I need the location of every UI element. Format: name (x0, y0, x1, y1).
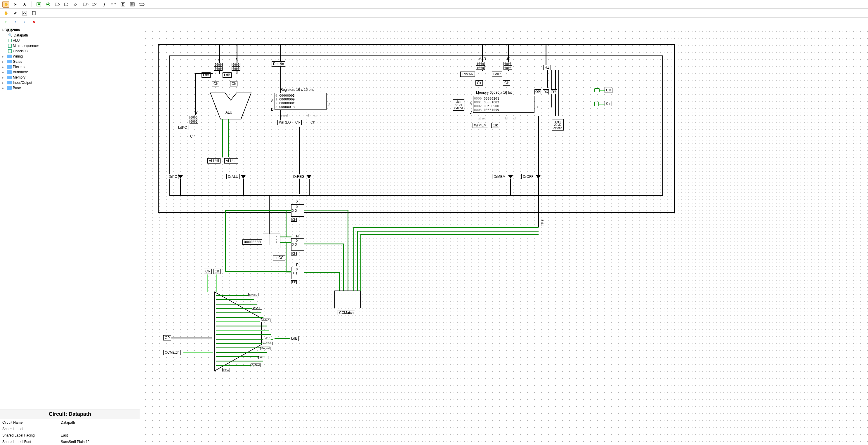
g-wire (304, 272, 339, 273)
g-wire (286, 242, 286, 272)
reg-MAR: 0000 (476, 62, 485, 66)
clr-pin-icon[interactable] (594, 102, 599, 106)
gate-icon-3[interactable] (73, 1, 80, 8)
d-box-icon[interactable]: D (120, 1, 126, 8)
bus-wire (546, 45, 547, 65)
folder-icon (7, 86, 12, 90)
toolbar-main: ✋ ➤ A ʃ x32 D (0, 0, 868, 9)
circuit-canvas[interactable]: A 0000 0000 LdA Clr B 0000 0000 LdB Clr … (140, 26, 868, 445)
lib-io[interactable]: ▸Input/Output (2, 80, 137, 85)
reg-out-wire (299, 127, 300, 194)
hand-tool[interactable]: ✋ (2, 1, 9, 8)
up-icon[interactable]: ↑ (12, 19, 19, 25)
label-Clr-PC: Clr (189, 134, 196, 139)
reg-B-val: 0000 (231, 63, 240, 67)
add-icon[interactable]: + (2, 19, 9, 25)
subcircuit-checkcc[interactable]: CheckCC (2, 49, 137, 54)
subcircuit-microseq[interactable]: Micro-sequencer (2, 43, 137, 49)
label-ClrPin: Clr (604, 101, 612, 106)
gate-icon-4[interactable] (82, 1, 89, 8)
gate-icon-2[interactable] (63, 1, 70, 8)
clr-pin-wire (599, 104, 605, 104)
rect-solid-icon[interactable] (35, 1, 42, 8)
lib-base[interactable]: ▸Base (2, 85, 137, 91)
sidebar: ▾ LC3-2200a 🔍 Datapath ALU Micro-sequenc… (0, 26, 140, 445)
delete-icon[interactable]: ✕ (30, 19, 37, 25)
label-D-mem-out: D (536, 105, 538, 109)
text-tool[interactable]: A (21, 1, 28, 8)
lib-wiring[interactable]: ▸Wiring (2, 54, 137, 59)
label-PC: PC (194, 111, 198, 115)
label-Clr-A: Clr (212, 81, 219, 87)
lib-label: Base (13, 86, 21, 90)
reg-IR: 0000 (503, 62, 512, 66)
lib-memory[interactable]: ▸Memory (2, 75, 137, 80)
hand-icon2[interactable]: ✋ (2, 10, 9, 17)
svg-point-5 (96, 4, 97, 5)
prop-value[interactable]: SansSerif Plain 12 (61, 440, 137, 444)
magnifier-icon: 🔍 (8, 33, 12, 37)
down-icon[interactable]: ↓ (21, 19, 28, 25)
svg-point-4 (87, 4, 88, 5)
prop-value[interactable] (61, 427, 137, 431)
tri-DrMEM (508, 175, 513, 179)
prop-key: Shared Label (2, 427, 61, 431)
label-Clr-pin: Clr (213, 268, 220, 274)
label-LdB2: LdB (290, 336, 299, 341)
memory-block: 0000 00006201 0001 00001082 0002 00e0090… (473, 96, 534, 113)
lib-gates[interactable]: ▸Gates (2, 59, 137, 64)
gate-icon-1[interactable] (54, 1, 61, 8)
gate-icon-5[interactable] (91, 1, 98, 8)
subcircuit-alu[interactable]: ALU (2, 38, 137, 43)
jk-icon[interactable]: ʃ (101, 1, 108, 8)
chip-icon (8, 39, 12, 42)
g-wire (357, 231, 358, 291)
pointer-tool[interactable]: ➤ (12, 1, 19, 8)
folder-icon (7, 70, 12, 74)
rounded-icon[interactable] (138, 1, 145, 8)
prop-value[interactable]: Datapath (61, 420, 137, 424)
lib-plexers[interactable]: ▸Plexers (2, 64, 137, 69)
inner-outline (169, 56, 663, 196)
prop-key: Shared Label Font (2, 440, 61, 444)
g-fan (216, 295, 251, 296)
folder-icon (7, 55, 12, 58)
prop-key: Circuit Name (2, 420, 61, 424)
label-clr-mem: clr (514, 117, 517, 120)
reg-A-val2: 0000 (214, 67, 222, 71)
n-DQ: D Q (292, 243, 297, 246)
lg-wire (207, 275, 208, 292)
main-split: ▾ LC3-2200a 🔍 Datapath ALU Micro-sequenc… (0, 26, 868, 445)
subcircuit-datapath[interactable]: 🔍 Datapath (2, 33, 137, 38)
g-fan (216, 317, 264, 318)
label-LdB: LdB (222, 72, 231, 78)
prop-value[interactable]: East (61, 433, 137, 437)
a-cursor-icon[interactable] (12, 10, 19, 17)
g-wire (286, 210, 286, 237)
sig-Regsel: Regsel (260, 347, 271, 350)
d-small-icon[interactable] (30, 10, 37, 17)
g-fan (216, 334, 271, 335)
label-Clr-IR: Clr (503, 80, 510, 86)
circ-solid-icon[interactable] (45, 1, 52, 8)
label-RegNo: RegNo (272, 61, 285, 67)
g-wire (343, 244, 344, 291)
properties-panel: Circuit: Datapath Circuit NameDatapath S… (0, 409, 140, 445)
num-box-icon[interactable] (129, 1, 136, 8)
label-DrREG: DrREG (292, 174, 306, 179)
label-OP-pin: OP (163, 335, 171, 341)
label-DrPC: DrPC (167, 174, 179, 179)
subcircuit-label: Datapath (14, 33, 28, 37)
z-0: 0 (296, 205, 298, 209)
cmp-value: 00000000 (242, 240, 262, 245)
folder-icon (7, 81, 12, 85)
folder-icon (7, 60, 12, 63)
clk-pin-icon[interactable] (594, 88, 599, 92)
prop-row: Circuit NameDatapath (0, 419, 140, 426)
label-ld-mem: ld (505, 117, 507, 120)
x32-icon[interactable]: x32 (110, 1, 117, 8)
z-DQ: D Q (292, 209, 297, 212)
wire-box-icon[interactable] (21, 10, 28, 17)
project-node[interactable]: ▾ LC3-2200a (2, 27, 137, 33)
lib-arithmetic[interactable]: ▸Arithmetic (2, 69, 137, 75)
